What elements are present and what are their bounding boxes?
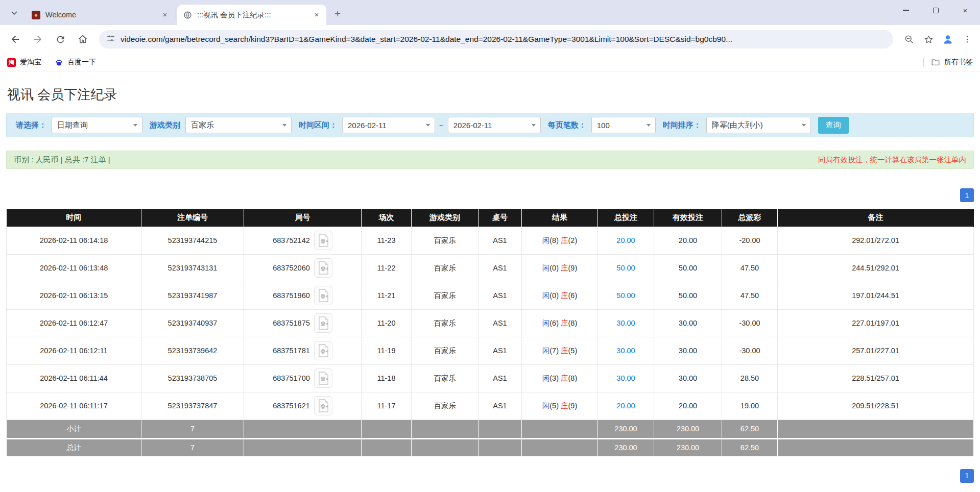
note-cell: 197.01/244.51 <box>778 282 974 309</box>
result-cell: 闲(5) 庄(9) <box>522 392 598 420</box>
player-label: 闲 <box>542 402 550 410</box>
select-mode-label: 请选择： <box>16 120 46 130</box>
home-icon[interactable] <box>73 30 92 49</box>
new-tab-icon[interactable]: + <box>330 7 345 21</box>
profile-icon[interactable] <box>939 31 957 48</box>
sort-select[interactable]: 降幂(由大到小) <box>706 117 811 133</box>
folder-icon <box>931 58 940 67</box>
date-start-select[interactable]: 2026-02-11 <box>342 117 435 133</box>
page-1-button[interactable]: 1 <box>960 188 974 202</box>
chevron-down-icon <box>527 117 540 133</box>
search-button[interactable]: 查询 <box>818 117 849 134</box>
total-bet-link[interactable]: 20.00 <box>616 236 635 244</box>
bookmark-taobao[interactable]: 淘 爱淘宝 <box>7 58 41 67</box>
total-bet-link[interactable]: 50.00 <box>616 264 635 272</box>
page-1-button[interactable]: 1 <box>960 469 974 483</box>
time-cell: 2026-02-11 06:12:11 <box>7 337 141 364</box>
round-cell: 683751781 <box>244 337 362 364</box>
tab-betrecord[interactable]: :::视讯 会员下注纪录::: × <box>177 5 326 25</box>
tab-title: :::视讯 会员下注纪录::: <box>197 10 312 20</box>
page-title: 视讯 会员下注纪录 <box>7 86 974 104</box>
player-score: (5) <box>549 402 559 410</box>
total-bet-cell: 20.00 <box>598 392 654 420</box>
table-no-cell: AS1 <box>479 364 522 392</box>
close-window-icon[interactable]: × <box>950 0 980 20</box>
video-record-button[interactable] <box>314 313 332 333</box>
table-no-cell: AS1 <box>479 282 522 309</box>
bookmark-label: 爱淘宝 <box>20 58 41 67</box>
note-cell: 227.01/197.01 <box>778 309 974 337</box>
note-cell: 292.01/272.01 <box>778 227 974 254</box>
site-settings-icon[interactable] <box>106 34 115 45</box>
welcome-favicon-icon: ♠ <box>32 11 40 19</box>
banker-label: 庄 <box>561 402 568 410</box>
result-cell: 闲(0) 庄(6) <box>522 282 598 309</box>
table-row: 2026-02-11 06:11:17523193737847683751621… <box>7 392 974 420</box>
player-score: (0) <box>549 264 559 272</box>
tab-search-chevron-icon[interactable] <box>7 6 21 20</box>
player-score: (3) <box>549 374 559 382</box>
reload-icon[interactable] <box>51 30 70 49</box>
video-record-button[interactable] <box>314 368 332 388</box>
payout-cell: 47.50 <box>722 282 778 309</box>
player-label: 闲 <box>542 291 550 300</box>
zoom-icon[interactable] <box>900 31 918 48</box>
video-record-button[interactable] <box>314 258 332 278</box>
table-row: 2026-02-11 06:13:48523193743131683752060… <box>7 254 974 282</box>
video-record-icon <box>317 234 329 247</box>
video-record-icon <box>317 399 329 412</box>
tab-close-icon[interactable]: × <box>160 10 170 19</box>
total-bet-cell: 50.00 <box>598 282 654 309</box>
video-record-button[interactable] <box>314 231 332 250</box>
player-label: 闲 <box>542 347 550 355</box>
minimize-icon[interactable] <box>891 0 921 20</box>
url-text[interactable]: videoie.com/game/betrecord_search/kind3?… <box>121 35 886 44</box>
window-controls: × <box>891 0 980 20</box>
menu-icon[interactable] <box>959 31 976 48</box>
video-record-button[interactable] <box>314 286 332 305</box>
game-kind-select[interactable]: 百家乐 <box>185 117 292 133</box>
video-record-icon <box>317 289 329 302</box>
player-score: (6) <box>549 319 559 327</box>
all-bookmarks[interactable]: 所有书签 <box>923 58 973 67</box>
tab-divider <box>176 9 176 19</box>
valid-bet-cell: 20.00 <box>654 227 722 254</box>
tab-close-icon[interactable]: × <box>312 10 321 19</box>
session-cell: 11-20 <box>362 309 412 337</box>
total-bet-link[interactable]: 30.00 <box>616 319 635 327</box>
tab-welcome[interactable]: ♠ Welcome × <box>26 5 175 25</box>
game-kind-cell: 百家乐 <box>412 364 479 392</box>
total-bet-link[interactable]: 30.00 <box>616 347 635 355</box>
table-row: 2026-02-11 06:14:18523193744215683752142… <box>7 227 974 254</box>
maximize-icon[interactable] <box>921 0 950 20</box>
total-bet-link[interactable]: 50.00 <box>616 291 635 300</box>
valid-bet-cell: 50.00 <box>654 282 722 309</box>
total-bet-link[interactable]: 30.00 <box>616 374 635 382</box>
url-bar[interactable]: videoie.com/game/betrecord_search/kind3?… <box>99 30 893 48</box>
game-kind-cell: 百家乐 <box>412 309 479 337</box>
valid-bet-cell: 30.00 <box>654 337 722 364</box>
time-cell: 2026-02-11 06:11:17 <box>7 392 141 420</box>
result-cell: 闲(3) 庄(8) <box>522 364 598 392</box>
valid-bet-notice: 同局有效投注，统一计算在该局第一张注单内 <box>818 155 966 165</box>
payout-cell: 47.50 <box>722 254 778 282</box>
table-no-cell: AS1 <box>479 309 522 337</box>
per-page-select[interactable]: 100 <box>591 117 656 133</box>
forward-icon[interactable] <box>28 30 47 49</box>
game-kind-cell: 百家乐 <box>412 282 479 309</box>
subtotal-payout: 62.50 <box>722 420 778 438</box>
query-mode-select[interactable]: 日期查询 <box>52 117 142 133</box>
video-record-button[interactable] <box>314 341 332 360</box>
player-score: (7) <box>549 347 559 355</box>
valid-bet-cell: 20.00 <box>654 392 722 420</box>
player-label: 闲 <box>542 319 550 327</box>
total-bet-link[interactable]: 20.00 <box>616 402 635 410</box>
back-icon[interactable] <box>6 30 25 49</box>
bookmark-baidu[interactable]: 百度一下 <box>55 58 96 67</box>
bet-id-cell: 523193743131 <box>141 254 244 282</box>
round-number: 683751875 <box>273 319 310 327</box>
video-record-button[interactable] <box>314 396 332 415</box>
bookmark-star-icon[interactable] <box>920 31 937 48</box>
date-end-select[interactable]: 2026-02-11 <box>448 117 541 133</box>
globe-favicon-icon <box>183 11 192 19</box>
